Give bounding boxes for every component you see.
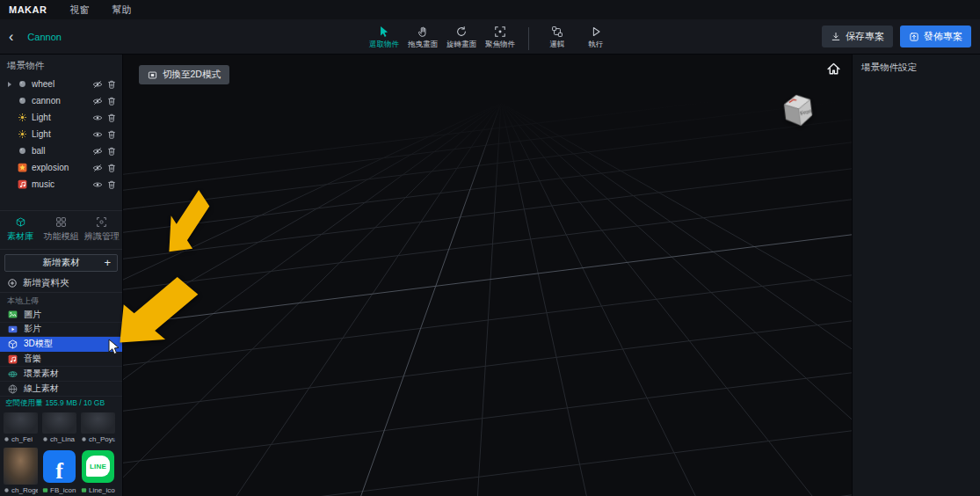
- asset-thumb-fb-icon[interactable]: f FB_icon: [42, 448, 76, 496]
- add-folder-button[interactable]: 新增資料夾: [0, 275, 122, 293]
- category-image[interactable]: 圖片: [0, 308, 122, 323]
- visibility-toggle[interactable]: [92, 129, 103, 140]
- video-icon: [7, 324, 18, 335]
- asset-thumbnail-row: ch_Roger f FB_icon LINE Line_icon: [0, 445, 122, 496]
- image-icon: [7, 309, 18, 320]
- tool-select-object[interactable]: 選取物件: [367, 23, 402, 50]
- asset-preview-image[interactable]: [4, 448, 38, 485]
- add-material-button[interactable]: 新增素材 +: [4, 254, 118, 272]
- scene-object-list: 場景物件 wheel cannon: [0, 55, 122, 210]
- scene-object-row-light-2[interactable]: Light: [0, 126, 122, 142]
- delete-button[interactable]: [106, 113, 117, 123]
- category-music[interactable]: 音樂: [0, 352, 122, 367]
- line-logo[interactable]: LINE: [82, 450, 114, 483]
- tool-run[interactable]: 執行: [578, 23, 613, 50]
- scene-object-row-cannon[interactable]: cannon: [0, 92, 122, 109]
- home-view-button[interactable]: [826, 62, 841, 80]
- cube-icon: [15, 216, 26, 228]
- category-label: 影片: [24, 323, 41, 335]
- object-name: wheel: [32, 79, 89, 89]
- object-name: Light: [32, 113, 89, 122]
- scene-object-row-music[interactable]: music: [0, 176, 122, 193]
- visibility-toggle[interactable]: [92, 179, 103, 190]
- tool-label: 選取物件: [369, 40, 399, 50]
- tool-pan-view[interactable]: 拖曳畫面: [405, 23, 440, 50]
- visibility-toggle[interactable]: [92, 163, 103, 173]
- add-folder-label: 新增資料夾: [23, 277, 69, 289]
- scene-object-row-wheel[interactable]: wheel: [0, 76, 122, 92]
- delete-button[interactable]: [106, 179, 117, 190]
- object-name: Light: [32, 129, 89, 139]
- toolbar-divider: [528, 27, 529, 50]
- object-settings-title: 場景物件設定: [853, 55, 980, 81]
- category-label: 線上素材: [24, 383, 59, 395]
- delete-button[interactable]: [106, 163, 117, 173]
- visibility-toggle[interactable]: [92, 96, 103, 106]
- globe-icon: [7, 383, 18, 395]
- tool-focus-object[interactable]: 聚焦物件: [483, 23, 518, 50]
- project-name: Cannon: [27, 32, 62, 42]
- scene-object-row-explosion[interactable]: explosion: [0, 159, 122, 176]
- fb-letter: f: [55, 461, 63, 483]
- visibility-toggle[interactable]: [92, 146, 103, 157]
- menu-window[interactable]: 視窗: [69, 4, 89, 17]
- mesh-sphere-icon: [17, 145, 28, 157]
- asset-preview-image[interactable]: [4, 412, 38, 434]
- back-button[interactable]: ‹: [9, 30, 13, 44]
- category-3d-model[interactable]: 3D模型: [0, 337, 122, 352]
- asset-thumb-ch-roger[interactable]: ch_Roger: [4, 448, 38, 496]
- tab-recognition[interactable]: 辨識管理: [82, 211, 122, 249]
- rotate-icon: [455, 26, 468, 38]
- delete-button[interactable]: [106, 79, 117, 90]
- asset-thumb-ch-fei[interactable]: ch_Fei: [4, 412, 38, 445]
- tool-label: 聚焦物件: [485, 40, 515, 50]
- music-icon: [17, 179, 28, 190]
- save-project-button[interactable]: 保存專案: [822, 26, 893, 47]
- publish-project-button[interactable]: 發佈專案: [900, 26, 971, 47]
- asset-thumb-ch-lina[interactable]: ch_Lina: [42, 412, 76, 445]
- line-text: LINE: [86, 456, 110, 477]
- hand-icon: [417, 26, 429, 38]
- switch-2d-mode-button[interactable]: 切換至2D模式: [139, 65, 229, 84]
- home-icon: [826, 62, 841, 77]
- category-online[interactable]: 線上素材: [0, 382, 122, 397]
- storage-label: 空間使用量: [5, 398, 43, 410]
- model-mini-icon: [42, 436, 48, 442]
- modules-icon: [55, 216, 67, 228]
- menu-help[interactable]: 幫助: [112, 4, 131, 17]
- tool-logic[interactable]: 邏輯: [540, 23, 575, 50]
- right-panel: 場景物件設定: [852, 55, 980, 496]
- mesh-sphere-icon: [17, 78, 28, 90]
- asset-name: ch_Roger: [11, 486, 38, 494]
- asset-thumb-line-icon[interactable]: LINE Line_icon: [81, 448, 115, 496]
- image-mini-icon: [81, 487, 87, 493]
- category-video[interactable]: 影片: [0, 323, 122, 338]
- facebook-logo[interactable]: f: [43, 450, 76, 483]
- delete-button[interactable]: [106, 146, 117, 157]
- visibility-toggle[interactable]: [92, 79, 103, 90]
- view-gizmo-cube[interactable]: Front: [775, 87, 820, 132]
- delete-button[interactable]: [106, 129, 117, 140]
- image-mini-icon: [42, 487, 48, 493]
- asset-thumb-ch-poyu[interactable]: ch_Poyu: [81, 412, 115, 445]
- scene-object-row-ball[interactable]: ball: [0, 142, 122, 159]
- tool-label: 旋轉畫面: [446, 40, 476, 50]
- visibility-toggle[interactable]: [92, 113, 103, 123]
- asset-preview-image[interactable]: [81, 412, 115, 434]
- asset-name: Line_icon: [89, 486, 115, 494]
- category-label: 圖片: [24, 309, 41, 321]
- expand-arrow-icon[interactable]: [5, 82, 13, 87]
- tab-function-modules[interactable]: 功能模組: [40, 211, 81, 249]
- model-mini-icon: [4, 487, 10, 493]
- logic-icon: [551, 26, 563, 38]
- 3d-viewport[interactable]: 切換至2D模式 Front: [123, 55, 852, 496]
- delete-button[interactable]: [106, 96, 117, 106]
- tool-rotate-view[interactable]: 旋轉畫面: [444, 23, 479, 50]
- asset-tab-bar: 素材庫 功能模組 辨識管理: [0, 210, 122, 250]
- scene-object-row-light-1[interactable]: Light: [0, 109, 122, 126]
- asset-preview-image[interactable]: [42, 412, 76, 434]
- category-panorama[interactable]: 環景素材: [0, 367, 122, 382]
- tab-material-library[interactable]: 素材庫: [0, 211, 40, 249]
- object-name: music: [32, 179, 89, 189]
- tool-label: 執行: [589, 40, 604, 50]
